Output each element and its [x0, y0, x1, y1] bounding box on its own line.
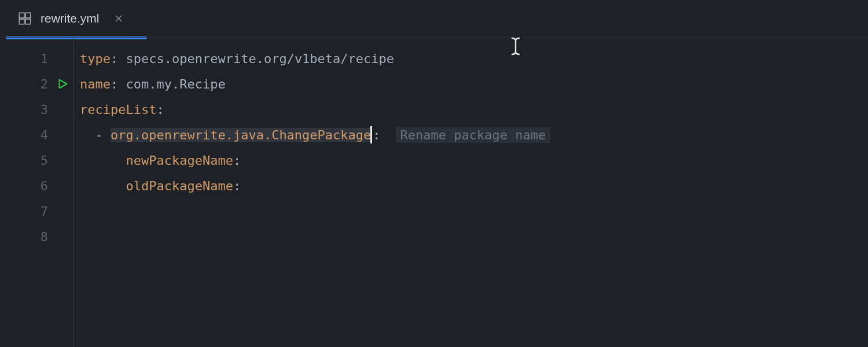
- code-line[interactable]: - org.openrewrite.java.ChangePackage:Ren…: [80, 122, 868, 147]
- line-number: 6: [0, 173, 73, 198]
- code-line[interactable]: recipeList:: [80, 97, 868, 122]
- caret: [370, 126, 372, 143]
- svg-marker-7: [60, 80, 67, 88]
- line-number: 2: [0, 71, 73, 97]
- line-number: 1: [0, 46, 73, 71]
- code-line[interactable]: [80, 198, 868, 224]
- tab-rewrite-yml[interactable]: rewrite.yml: [0, 0, 134, 37]
- code-line[interactable]: newPackageName:: [80, 147, 868, 173]
- svg-rect-2: [19, 19, 24, 24]
- line-number: 4: [0, 122, 73, 147]
- inline-hint: Rename package name: [396, 127, 551, 143]
- code-line[interactable]: name: com.my.Recipe: [80, 71, 868, 97]
- line-number: 3: [0, 97, 73, 122]
- tab-bar: rewrite.yml: [0, 0, 868, 37]
- run-gutter-icon[interactable]: [56, 77, 69, 90]
- line-number: 7: [0, 198, 73, 224]
- code-editor[interactable]: 1 2 3 4 5 6 7 8 type: specs.openrewrite.…: [0, 37, 868, 347]
- code-line[interactable]: type: specs.openrewrite.org/v1beta/recip…: [80, 46, 868, 71]
- close-icon[interactable]: [113, 13, 124, 24]
- line-number-gutter: 1 2 3 4 5 6 7 8: [0, 38, 74, 347]
- tab-label: rewrite.yml: [41, 12, 100, 25]
- line-number: 5: [0, 147, 73, 173]
- code-area[interactable]: type: specs.openrewrite.org/v1beta/recip…: [74, 38, 868, 347]
- code-line[interactable]: [80, 224, 868, 249]
- svg-rect-1: [25, 13, 31, 18]
- code-line[interactable]: oldPackageName:: [80, 173, 868, 198]
- line-number: 8: [0, 224, 73, 249]
- svg-rect-0: [19, 13, 24, 18]
- yaml-file-icon: [17, 11, 32, 26]
- svg-rect-3: [25, 19, 31, 24]
